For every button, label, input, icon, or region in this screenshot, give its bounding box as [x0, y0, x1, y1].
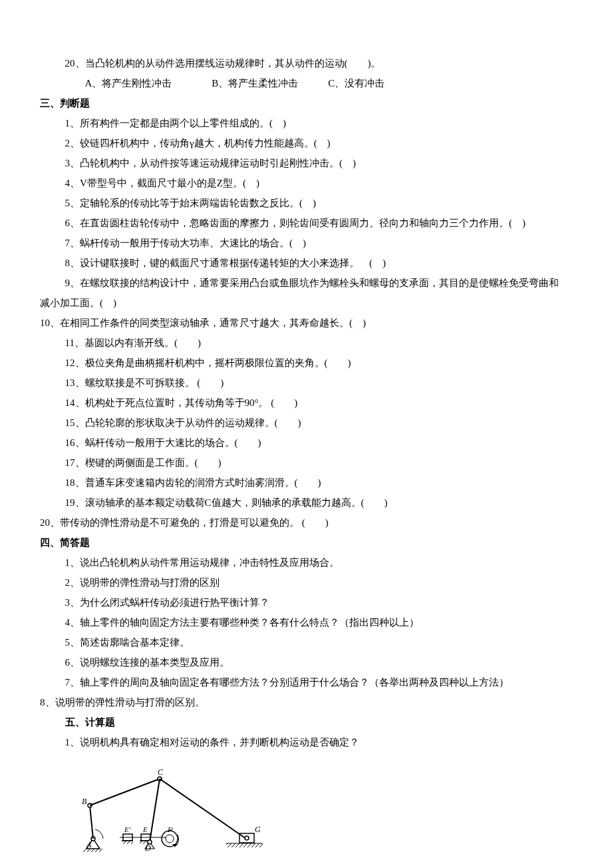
mechanism-figure: A B C E' E D F [70, 765, 572, 852]
tf-item: 5、定轴轮系的传动比等于始末两端齿轮齿数之反比。( ) [40, 193, 572, 213]
tf-item: 19、滚动轴承的基本额定动载荷C值越大，则轴承的承载能力越高。( ) [40, 493, 572, 513]
svg-point-20 [148, 840, 152, 844]
tf-item: 1、所有构件一定都是由两个以上零件组成的。( ) [40, 113, 572, 133]
tf-item: 12、极位夹角是曲柄摇杆机构中，摇杆两极限位置的夹角。( ) [40, 353, 572, 373]
mc-question-20: 20、当凸轮机构的从动件选用摆线运动规律时，其从动件的运动( )。 [40, 53, 572, 73]
section-3-heading: 三、判断题 [40, 93, 572, 113]
tf-item-9b: 减小加工面。( ) [40, 293, 572, 313]
mc-question-20-options: A、将产生刚性冲击 B、将产生柔性冲击 C、没有冲击 [40, 73, 572, 93]
label-f: F [167, 825, 172, 833]
tf-item: 8、设计键联接时，键的截面尺寸通常根据传递转矩的大小来选择。 ( ) [40, 253, 572, 273]
tf-item: 14、机构处于死点位置时，其传动角等于90°。 ( ) [40, 393, 572, 413]
tf-item: 13、螺纹联接是不可拆联接。 ( ) [40, 373, 572, 393]
label-c: C [158, 767, 164, 777]
calc-item-1: 1、说明机构具有确定相对运动的条件，并判断机构运动是否确定？ [40, 732, 572, 752]
tf-item: 7、蜗杆传动一般用于传动大功率、大速比的场合。( ) [40, 233, 572, 253]
tf-item: 17、楔键的两侧面是工作面。( ) [40, 453, 572, 473]
sa-item: 6、说明螺纹连接的基本类型及应用。 [40, 652, 572, 672]
tf-item-10: 10、在相同工作条件的同类型滚动轴承，通常尺寸越大，其寿命越长。( ) [40, 313, 572, 333]
section-4-heading: 四、简答题 [40, 533, 572, 552]
tf-item: 16、蜗杆传动一般用于大速比的场合。( ) [40, 433, 572, 453]
sa-item: 7、轴上零件的周向及轴向固定各有哪些方法？分别适用于什么场合？（各举出两种及四种… [40, 672, 572, 692]
sa-item: 4、轴上零件的轴向固定方法主要有哪些种类？各有什么特点？（指出四种以上） [40, 612, 572, 632]
section-5-heading: 五、计算题 [40, 712, 572, 732]
label-b: B [82, 797, 87, 806]
tf-item: 3、凸轮机构中，从动件按等速运动规律运动时引起刚性冲击。( ) [40, 153, 572, 173]
tf-item-9a: 9、在螺纹联接的结构设计中，通常要采用凸台或鱼眼坑作为螺栓头和螺母的支承面，其目… [40, 273, 572, 293]
svg-line-8 [150, 779, 160, 842]
label-e: E [142, 825, 148, 833]
label-a: A [86, 840, 92, 849]
sa-item: 1、说出凸轮机构从动件常用运动规律，冲击特性及应用场合。 [40, 552, 572, 572]
tf-item: 4、V带型号中，截面尺寸最小的是Z型。( ) [40, 173, 572, 193]
label-e-prime: E' [124, 825, 131, 833]
svg-rect-25 [226, 843, 263, 847]
sa-item: 5、简述齿廓啮合基本定律。 [40, 632, 572, 652]
sa-item-8: 8、说明带的弹性滑动与打滑的区别。 [40, 692, 572, 712]
svg-point-17 [166, 835, 174, 843]
tf-item-20b: 20、带传动的弹性滑动是不可避免的，打滑是可以避免的。 ( ) [40, 513, 572, 533]
tf-item: 18、普通车床变速箱内齿轮的润滑方式时油雾润滑。( ) [40, 473, 572, 493]
tf-item: 11、基圆以内有渐开线。( ) [40, 333, 572, 353]
svg-line-21 [160, 779, 246, 839]
sa-item: 3、为什么闭式蜗杆传动必须进行热平衡计算？ [40, 592, 572, 612]
svg-line-4 [90, 805, 93, 839]
tf-item: 15、凸轮轮廓的形状取决于从动件的运动规律。( ) [40, 413, 572, 433]
sa-item: 2、说明带的弹性滑动与打滑的区别 [40, 572, 572, 592]
tf-item: 2、铰链四杆机构中，传动角γ越大，机构传力性能越高。( ) [40, 133, 572, 153]
svg-line-6 [90, 779, 160, 805]
svg-point-23 [245, 836, 249, 840]
label-g: G [255, 825, 261, 834]
tf-item: 6、在直齿圆柱齿轮传动中，忽略齿面的摩擦力，则轮齿间受有圆周力、径向力和轴向力三… [40, 213, 572, 233]
